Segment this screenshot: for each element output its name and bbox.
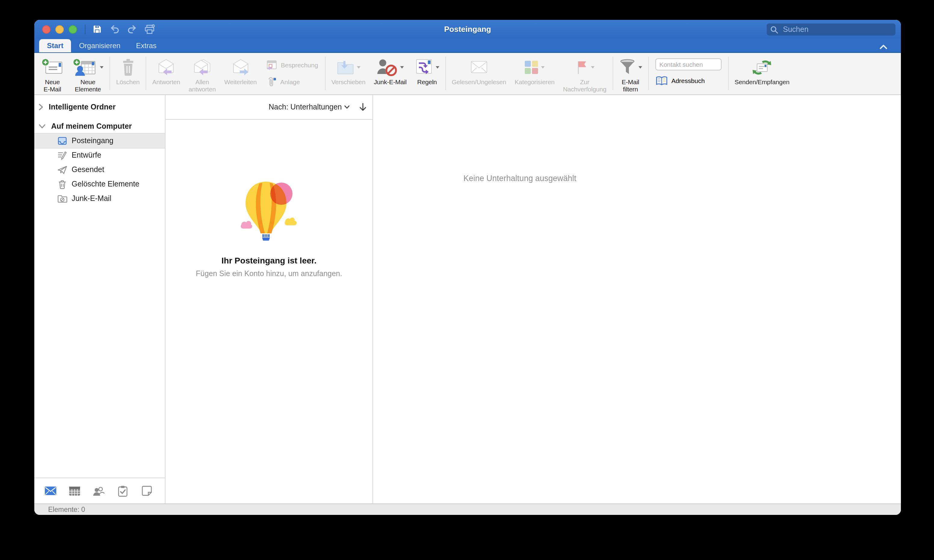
save-icon[interactable]	[91, 23, 103, 35]
deleted-icon	[57, 179, 68, 189]
empty-inbox-state: Ihr Posteingang ist leer. Fügen Sie ein …	[165, 120, 373, 278]
categorize-button: Kategorisieren	[510, 53, 559, 85]
on-my-computer-label: Auf meinem Computer	[51, 122, 132, 131]
rules-button[interactable]: Regeln	[411, 53, 443, 85]
contact-addressbook-group: Adressbuch	[650, 53, 726, 87]
mail-icon[interactable]	[45, 486, 57, 495]
tab-start[interactable]: Start	[39, 39, 71, 52]
move-button: Verschieben	[327, 53, 370, 85]
junk-dropdown-caret[interactable]	[401, 66, 404, 69]
titlebar: Posteingang	[34, 20, 901, 38]
main-content: Intelligente Ordner Auf meinem Computer …	[34, 95, 901, 503]
new-email-button[interactable]: NeueE-Mail	[37, 53, 68, 92]
folder-label: Gelöschte Elemente	[72, 180, 139, 188]
sort-chevron-down-icon[interactable]	[344, 105, 350, 109]
new-items-icon	[72, 58, 97, 77]
ribbon-separator	[612, 57, 613, 90]
rules-icon	[415, 58, 433, 76]
new-email-label-1: Neue	[45, 78, 60, 85]
reply-label: Antworten	[152, 78, 180, 85]
sort-by-dropdown[interactable]: Nach: Unterhaltungen	[269, 103, 342, 111]
followup-button: ZurNachverfolgung	[559, 53, 610, 92]
sidebar-item-geloeschte-elemente[interactable]: Gelöschte Elemente	[34, 177, 165, 191]
search-field[interactable]	[767, 23, 895, 35]
minimize-button[interactable]	[55, 25, 64, 33]
filter-dropdown-caret[interactable]	[638, 66, 642, 69]
sidebar-item-junk-e-mail[interactable]: Junk-E-Mail	[34, 191, 165, 206]
ribbon-separator	[728, 57, 729, 90]
forward-button: Weiterleiten	[220, 53, 261, 85]
delete-label: Löschen	[116, 78, 140, 85]
sidebar-item-entwuerfe[interactable]: Entwürfe	[34, 148, 165, 162]
search-input[interactable]	[782, 25, 880, 34]
folder-label: Entwürfe	[72, 151, 102, 159]
followup-label-1: Zur	[580, 78, 589, 85]
ribbon-tabs: Start Organisieren Extras	[34, 38, 901, 53]
reply-button: Antworten	[148, 53, 185, 85]
zoom-button[interactable]	[69, 25, 77, 33]
folder-sidebar: Intelligente Ordner Auf meinem Computer …	[34, 95, 165, 503]
sort-direction-down-icon[interactable]	[359, 103, 367, 111]
sidebar-section-on-my-computer[interactable]: Auf meinem Computer	[34, 119, 165, 134]
close-button[interactable]	[42, 25, 51, 33]
new-email-icon	[41, 57, 64, 78]
message-list-pane: Nach: Unterhaltungen	[165, 95, 373, 503]
status-bar: Elemente: 0	[34, 503, 901, 515]
send-receive-button[interactable]: Senden/Empfangen	[730, 53, 794, 85]
chevron-down-icon[interactable]	[39, 124, 46, 129]
followup-dropdown-caret	[591, 66, 594, 69]
new-items-dropdown-caret[interactable]	[100, 66, 103, 69]
reply-all-button: Allenantworten	[185, 53, 220, 92]
notes-icon[interactable]	[141, 485, 153, 496]
chevron-right-icon[interactable]	[39, 103, 43, 111]
categories-icon	[524, 60, 539, 75]
new-items-label-2: Elemente	[75, 85, 101, 92]
followup-label-2: Nachverfolgung	[563, 85, 606, 92]
ribbon-separator	[146, 57, 146, 90]
inbox-icon	[57, 135, 68, 146]
funnel-icon	[619, 59, 636, 76]
categorize-dropdown-caret	[541, 66, 545, 69]
meeting-icon	[266, 60, 277, 70]
sidebar-item-gesendet[interactable]: Gesendet	[34, 162, 165, 177]
sidebar-section-smart-folders[interactable]: Intelligente Ordner	[34, 100, 165, 114]
redo-icon[interactable]	[126, 23, 138, 35]
screen-background: Posteingang Start Organisieren Extras	[0, 0, 934, 560]
junk-button[interactable]: Junk-E-Mail	[370, 53, 411, 85]
address-book-button[interactable]: Adressbuch	[655, 74, 721, 87]
move-label: Verschieben	[331, 78, 365, 85]
undo-icon[interactable]	[108, 23, 120, 35]
drafts-icon	[57, 150, 68, 160]
print-icon[interactable]	[143, 23, 155, 35]
no-conversation-text: Keine Unterhaltung ausgewählt	[463, 174, 576, 183]
filter-button[interactable]: E-Mailfiltern	[615, 53, 646, 92]
tab-extras[interactable]: Extras	[128, 39, 164, 52]
send-receive-label: Senden/Empfangen	[735, 78, 789, 85]
tab-organisieren[interactable]: Organisieren	[71, 39, 128, 52]
folder-label: Gesendet	[72, 165, 104, 174]
find-contact-input[interactable]	[655, 58, 721, 70]
quick-access-toolbar	[91, 23, 155, 35]
rules-label: Regeln	[417, 78, 437, 85]
module-switcher	[34, 478, 165, 503]
new-items-button[interactable]: NeueElemente	[68, 53, 108, 92]
calendar-icon[interactable]	[69, 486, 81, 496]
people-icon[interactable]	[92, 486, 105, 496]
hot-air-balloon-illustration	[224, 180, 314, 241]
search-icon	[770, 26, 778, 33]
empty-inbox-title: Ihr Posteingang ist leer.	[222, 255, 316, 265]
forward-icon	[231, 57, 250, 78]
attachment-label: Anlage	[280, 78, 300, 85]
forward-label: Weiterleiten	[224, 78, 257, 85]
message-list-header: Nach: Unterhaltungen	[165, 95, 373, 120]
sidebar-item-posteingang[interactable]: Posteingang	[34, 134, 165, 148]
junk-folder-icon	[57, 193, 68, 204]
rules-dropdown-caret[interactable]	[435, 66, 439, 69]
reply-all-label-1: Allen	[195, 78, 209, 85]
collapse-ribbon-icon[interactable]	[879, 44, 888, 49]
tasks-icon[interactable]	[117, 485, 129, 497]
junk-person-icon	[376, 58, 398, 76]
folder-label: Posteingang	[72, 137, 113, 145]
junk-label: Junk-E-Mail	[374, 78, 407, 85]
ribbon-separator	[648, 57, 649, 90]
